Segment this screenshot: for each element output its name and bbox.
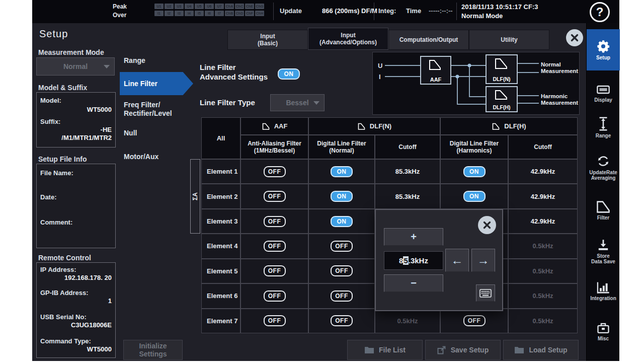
keyboard-entry-button[interactable] <box>476 284 495 302</box>
instrument-screen: Peak Over U1U2U3U4U5U6U7ChAChCChEChG I1I… <box>32 0 619 361</box>
svg-text:DLF(H): DLF(H) <box>493 104 511 110</box>
peak-channel-badge: ChA <box>225 4 234 9</box>
gpib-address-value: 1 <box>108 297 112 305</box>
line-filter-type-label: Line Filter Type <box>200 98 255 107</box>
col-header-cutoff-n: Cutoff <box>375 135 440 159</box>
time-label: Time <box>406 7 421 15</box>
close-icon <box>482 220 492 230</box>
diagram-aaf-block: AAF <box>421 56 451 84</box>
sidebar-item-display[interactable]: Display <box>587 84 620 113</box>
cursor-right-button[interactable]: → <box>471 249 495 272</box>
col-header-aaf: Anti-Aliasing Filter(1MHz/Bessel) <box>240 135 308 159</box>
menu-item-line-filter[interactable]: Line Filter <box>120 72 193 95</box>
cutoff-h-cell[interactable]: 0.5kHz <box>508 234 578 258</box>
aaf-toggle-cell[interactable]: OFF <box>240 259 308 283</box>
file-list-button[interactable]: File List <box>347 340 423 360</box>
chevron-down-icon <box>104 65 110 68</box>
aaf-toggle-cell[interactable]: OFF <box>240 283 308 308</box>
sidebar-item-filter[interactable]: Filter <box>587 200 620 232</box>
save-setup-button[interactable]: Save Setup <box>425 340 501 360</box>
sidebar-label: Integration <box>590 296 616 301</box>
cutoff-h-cell[interactable]: 0.5kHz <box>508 259 578 283</box>
menu-item-freq-filter[interactable]: Freq Filter/Rectifier/Level <box>120 101 185 118</box>
cutoff-h-cell[interactable]: 42.9kHz <box>508 159 578 184</box>
table-header-all[interactable]: All <box>201 117 240 159</box>
menu-item-null[interactable]: Null <box>120 129 185 137</box>
filter-icon <box>596 200 611 213</box>
setup-file-info-box: File Name: Date: Comment: <box>36 164 116 248</box>
dlfn-toggle-cell[interactable]: ON <box>308 184 375 208</box>
cutoff-value-field[interactable]: 85.3kHz <box>384 251 443 270</box>
setup-file-info-label: Setup File Info <box>38 155 87 163</box>
sidebar-item-range[interactable]: Range <box>587 116 620 148</box>
tab-input-advanced-options[interactable]: Input(Advanced/Options) <box>308 28 388 50</box>
misc-toolbox-icon <box>596 321 610 334</box>
help-button[interactable]: ? <box>590 2 610 22</box>
aaf-toggle-cell[interactable]: OFF <box>240 184 308 208</box>
peak-channel-badge: U5 <box>195 4 204 9</box>
close-icon <box>570 33 580 43</box>
close-panel-button[interactable] <box>566 29 583 46</box>
col-header-dlfn: Digital Line Filter(Normal) <box>308 135 375 159</box>
col-header-cutoff-h: Cutoff <box>508 135 578 159</box>
aaf-toggle-cell[interactable]: OFF <box>240 309 308 333</box>
sidebar-item-setup[interactable]: Setup <box>587 29 620 70</box>
store-data-save-icon <box>597 239 610 252</box>
load-setup-button[interactable]: Load Setup <box>503 340 579 360</box>
popup-close-button[interactable] <box>478 216 496 234</box>
dlfn-toggle-cell[interactable]: OFF <box>308 234 375 258</box>
advanced-settings-toggle[interactable]: ON <box>278 68 300 80</box>
cutoff-n-cell[interactable]: 85.3kHz <box>375 159 440 184</box>
line-filter-type-select[interactable]: Bessel <box>270 94 325 111</box>
date-label: Date: <box>40 193 57 201</box>
peak-channel-badge: ChB <box>225 11 234 16</box>
tab-computation-output[interactable]: Computation/Output <box>388 30 469 50</box>
menu-item-range[interactable]: Range <box>120 56 185 65</box>
tab-input-basic[interactable]: Input(Basic) <box>227 30 308 50</box>
dlfn-toggle-cell[interactable]: OFF <box>308 309 375 333</box>
row-label: Element 4 <box>201 234 240 258</box>
peak-channels-i: I1I2I3I4I5I6I7ChBChDChFChH <box>154 11 264 16</box>
dlfn-toggle-cell[interactable]: ON <box>308 209 375 234</box>
filter-icon <box>357 122 366 130</box>
range-icon <box>597 116 610 131</box>
dlfh-toggle-cell[interactable]: OFF <box>440 309 508 333</box>
dlfh-toggle-cell[interactable]: ON <box>440 184 508 208</box>
aaf-toggle-cell[interactable]: OFF <box>240 234 308 258</box>
mode-value: Normal Mode <box>461 12 538 21</box>
aaf-toggle-cell[interactable]: OFF <box>240 209 308 234</box>
cutoff-n-cell[interactable]: 0.5kHz <box>375 309 440 333</box>
datetime-block: 2018/11/13 10:51:17 CF:3 Normal Mode <box>461 3 538 21</box>
tab-utility[interactable]: Utility <box>469 30 549 50</box>
sidebar-item-misc[interactable]: Misc <box>587 321 620 352</box>
peak-channel-badge: I4 <box>185 11 194 16</box>
dlfn-toggle-cell[interactable]: OFF <box>308 283 375 308</box>
menu-item-motor-aux[interactable]: Motor/Aux <box>120 153 185 161</box>
cursor-left-button[interactable]: ← <box>445 249 469 272</box>
command-type-label: Command Type: <box>40 337 91 345</box>
aaf-toggle-cell[interactable]: OFF <box>240 159 308 184</box>
cutoff-h-cell[interactable]: 42.9kHz <box>508 184 578 208</box>
sidebar-item-integration[interactable]: Integration <box>587 281 620 314</box>
initialize-settings-button[interactable]: InitializeSettings <box>123 340 183 360</box>
datetime-value: 2018/11/13 10:51:17 CF:3 <box>461 3 538 12</box>
col-header-dlfh: Digital Line Filter(Harmonics) <box>440 135 508 159</box>
remote-control-label: Remote Control <box>38 254 91 262</box>
peak-channel-badge: ChD <box>235 11 244 16</box>
model-value: WT5000 <box>87 106 112 113</box>
usb-serial-value: C3UG18006E <box>71 321 112 329</box>
increment-button[interactable]: + <box>384 228 443 246</box>
dlfn-toggle-cell[interactable]: ON <box>308 159 375 184</box>
cutoff-h-cell[interactable]: 0.5kHz <box>508 309 578 333</box>
cutoff-h-cell[interactable]: 42.9kHz <box>508 209 578 234</box>
decrement-button[interactable]: − <box>384 274 443 292</box>
svg-text:Measurement: Measurement <box>541 100 578 106</box>
peak-channel-badge: U7 <box>215 4 224 9</box>
measurement-mode-select[interactable]: Normal <box>36 57 115 76</box>
dlfh-toggle-cell[interactable]: ON <box>440 159 508 184</box>
dlfn-toggle-cell[interactable]: OFF <box>308 259 375 283</box>
sidebar-item-store-data-save[interactable]: StoreData Save <box>587 239 620 274</box>
sidebar-item-update-rate[interactable]: UpdateRateAveraging <box>587 154 620 191</box>
cutoff-h-cell[interactable]: 0.5kHz <box>508 283 578 308</box>
cutoff-n-cell[interactable]: 85.3kHz <box>375 184 440 208</box>
